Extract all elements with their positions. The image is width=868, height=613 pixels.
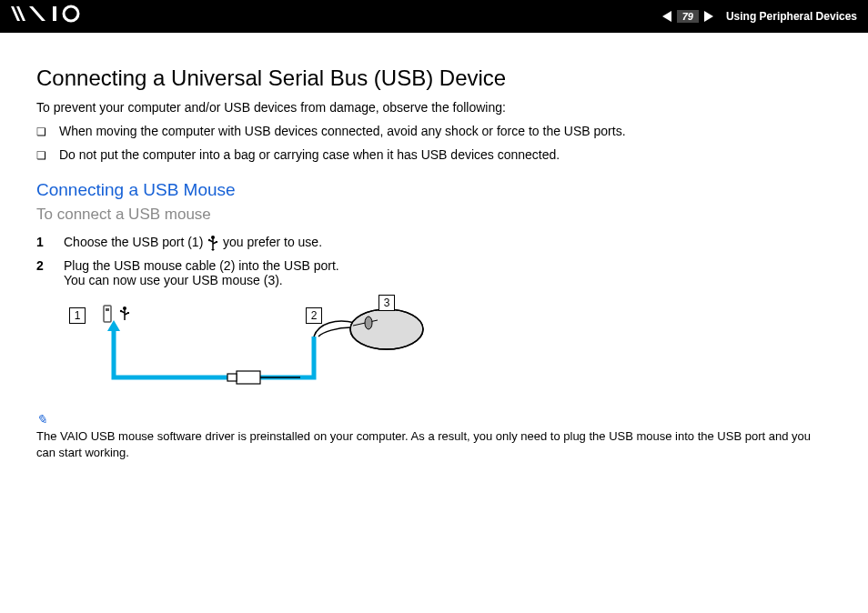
callout-1: 1	[69, 307, 86, 324]
bullet-icon: ❏	[36, 147, 46, 164]
svg-rect-0	[53, 6, 56, 21]
svg-rect-13	[227, 374, 237, 381]
pencil-icon: ✎	[36, 412, 47, 427]
note-text: The VAIO USB mouse software driver is pr…	[36, 429, 811, 459]
page-content: Connecting a Universal Serial Bus (USB) …	[0, 33, 868, 460]
note: ✎ The VAIO USB mouse software driver is …	[36, 411, 832, 460]
next-page-arrow[interactable]	[704, 11, 713, 22]
vaio-logo	[11, 5, 98, 28]
bullet-text: When moving the computer with USB device…	[59, 124, 626, 140]
section-name: Using Peripheral Devices	[726, 10, 857, 23]
section-heading: Connecting a USB Mouse	[36, 180, 832, 200]
svg-rect-6	[104, 306, 111, 322]
step-text: Choose the USB port (1) you prefer to us…	[64, 235, 322, 251]
usb-icon	[207, 235, 219, 251]
step-number: 2	[36, 258, 49, 273]
bullet-icon: ❏	[36, 124, 46, 140]
svg-point-10	[120, 310, 122, 312]
intro-text: To prevent your computer and/or USB devi…	[36, 100, 832, 115]
bullet-text: Do not put the computer into a bag or ca…	[59, 147, 560, 164]
callout-3: 3	[378, 295, 395, 311]
svg-rect-7	[106, 308, 109, 311]
step-number: 1	[36, 235, 49, 249]
page-title: Connecting a Universal Serial Bus (USB) …	[36, 65, 832, 91]
svg-point-1	[64, 6, 78, 21]
header-bar: 79 Using Peripheral Devices	[0, 0, 868, 33]
connection-diagram: 1 2 3	[64, 300, 832, 400]
list-item: ❏ When moving the computer with USB devi…	[36, 124, 832, 140]
list-item: 1 Choose the USB port (1) you prefer to …	[36, 235, 832, 251]
svg-rect-11	[127, 312, 129, 314]
svg-rect-12	[237, 371, 260, 384]
bullet-list: ❏ When moving the computer with USB devi…	[36, 124, 832, 164]
sub-heading: To connect a USB mouse	[36, 206, 832, 224]
svg-point-4	[208, 239, 210, 241]
svg-point-18	[365, 317, 372, 329]
list-item: 2 Plug the USB mouse cable (2) into the …	[36, 258, 832, 287]
prev-page-arrow[interactable]	[662, 11, 671, 22]
header-nav: 79 Using Peripheral Devices	[662, 10, 857, 23]
step-text: Plug the USB mouse cable (2) into the US…	[64, 258, 339, 287]
numbered-list: 1 Choose the USB port (1) you prefer to …	[36, 235, 832, 287]
svg-rect-5	[216, 241, 217, 243]
page-number: 79	[677, 10, 699, 23]
callout-2: 2	[306, 307, 322, 324]
list-item: ❏ Do not put the computer into a bag or …	[36, 147, 832, 164]
